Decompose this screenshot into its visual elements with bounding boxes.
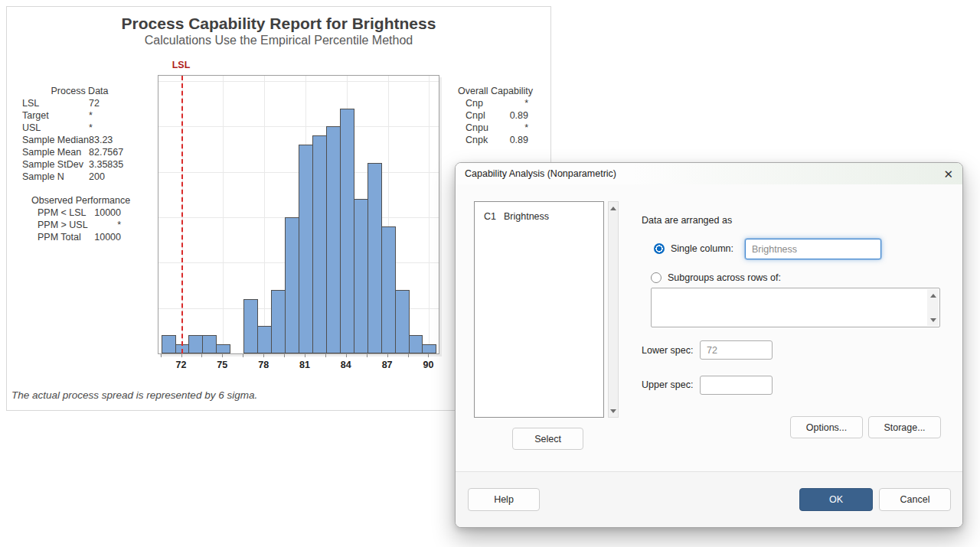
stat-row: Sample Mean82.7567 (22, 146, 137, 158)
stat-value: 0.89 (510, 134, 528, 146)
observed-performance-heading: Observed Performance (31, 194, 129, 207)
dialog-title: Capability Analysis (Nonparametric) (465, 168, 616, 179)
histogram-bar (381, 226, 396, 353)
axis-tick (201, 354, 202, 357)
listbox-scrollbar[interactable] (608, 201, 619, 418)
overall-capability-heading: Overall Capability (458, 85, 528, 97)
histogram-bar (340, 109, 354, 353)
x-gridline (223, 76, 224, 353)
histogram-bar (409, 335, 423, 353)
radio-selected-icon[interactable] (654, 243, 665, 254)
stat-label: Target (22, 109, 89, 122)
capability-analysis-dialog: Capability Analysis (Nonparametric) ✕ C1… (455, 162, 963, 528)
select-button[interactable]: Select (512, 428, 583, 450)
stat-label: PPM > USL (38, 219, 88, 231)
x-tick-label: 72 (176, 360, 187, 370)
help-button[interactable]: Help (468, 488, 540, 511)
histogram-bar (188, 335, 203, 353)
upper-spec-input[interactable] (700, 376, 773, 395)
axis-tick (243, 354, 243, 357)
stat-label: USL (22, 122, 89, 134)
axis-tick (428, 354, 429, 357)
process-data-heading: Process Data (22, 85, 137, 97)
x-tick-label: 90 (423, 360, 433, 370)
single-column-radio-label: Single column: (671, 243, 733, 254)
stat-value: 82.7567 (89, 146, 123, 158)
column-id: C1 (484, 211, 504, 222)
subgroups-scrollbar[interactable] (927, 289, 939, 326)
stat-row: PPM Total10000 (31, 231, 129, 243)
overall-capability-panel: Overall Capability Cnp*Cnpl0.89Cnpu*Cnpk… (458, 85, 528, 146)
close-icon[interactable]: ✕ (943, 168, 953, 180)
storage-button[interactable]: Storage... (868, 416, 941, 438)
stat-row: Cnp* (458, 97, 528, 109)
single-column-radio-row[interactable]: Single column: (654, 242, 733, 256)
stat-value: * (89, 109, 93, 122)
stat-value: * (524, 97, 528, 109)
stat-label: PPM Total (38, 231, 81, 243)
histogram-chart: LSL72757881848790 (158, 56, 439, 381)
histogram-bar (202, 335, 217, 353)
histogram-bar (299, 145, 313, 353)
y-gridline (158, 126, 439, 127)
stat-value: * (524, 122, 528, 134)
histogram-bar (271, 290, 286, 353)
scroll-down-icon[interactable] (927, 314, 939, 325)
dialog-footer: Help OK Cancel (456, 471, 962, 527)
stat-label: PPM < LSL (38, 207, 87, 219)
stat-label: Sample Mean (22, 146, 89, 158)
stat-value: 3.35835 (89, 158, 123, 171)
radio-unselected-icon[interactable] (651, 272, 662, 283)
stat-value: 200 (89, 171, 105, 183)
axis-tick (263, 354, 264, 357)
lsl-reference-line (181, 76, 183, 353)
stat-row: Sample StDev3.35835 (22, 158, 137, 171)
scroll-up-icon[interactable] (927, 290, 939, 301)
single-column-input[interactable] (745, 239, 881, 259)
axis-tick (408, 354, 409, 357)
stat-value: * (89, 122, 93, 134)
x-tick-label: 81 (299, 360, 310, 370)
cancel-button[interactable]: Cancel (879, 488, 951, 511)
list-item-brightness[interactable]: C1 Brightness (475, 202, 603, 222)
lsl-label: LSL (172, 60, 191, 70)
axis-tick (284, 354, 285, 357)
stat-row: PPM < LSL10000 (31, 207, 129, 219)
column-listbox[interactable]: C1 Brightness (474, 201, 604, 418)
ok-button[interactable]: OK (799, 488, 873, 511)
lower-spec-label: Lower spec: (642, 345, 693, 356)
histogram-bar (243, 299, 258, 353)
subgroups-radio-row[interactable]: Subgroups across rows of: (651, 271, 781, 285)
stat-row: USL* (22, 122, 137, 134)
stat-row: Sample Median83.23 (22, 134, 137, 146)
stat-value: 10000 (94, 231, 121, 243)
stat-row: LSL72 (22, 97, 137, 109)
stat-row: PPM > USL* (31, 219, 129, 231)
axis-tick (181, 354, 182, 357)
axis-tick (325, 354, 326, 357)
histogram-bar (326, 126, 341, 353)
subgroups-input-box[interactable] (651, 288, 940, 327)
y-gridline (158, 81, 439, 82)
stat-value: 83.23 (89, 134, 113, 146)
axis-tick (346, 354, 347, 357)
histogram-bar (285, 217, 299, 353)
upper-spec-label: Upper spec: (642, 379, 693, 390)
lower-spec-input[interactable] (700, 340, 773, 360)
axis-tick (305, 354, 305, 357)
scroll-up-icon[interactable] (609, 203, 618, 213)
report-footnote: The actual process spread is represented… (11, 389, 257, 401)
x-tick-label: 87 (382, 360, 393, 370)
desktop: { "report": { "title": "Process Capabili… (0, 0, 980, 547)
scroll-down-icon[interactable] (609, 405, 618, 416)
stat-row: Cnpl0.89 (458, 109, 528, 122)
stat-row: Target* (22, 109, 137, 122)
options-button[interactable]: Options... (790, 416, 863, 438)
histogram-bar (162, 335, 176, 353)
stat-row: Cnpu* (458, 122, 528, 134)
stat-label: Cnpu (466, 122, 488, 134)
dialog-titlebar[interactable]: Capability Analysis (Nonparametric) ✕ (456, 163, 962, 184)
subgroups-radio-label: Subgroups across rows of: (668, 272, 781, 283)
column-name: Brightness (504, 211, 549, 222)
axis-tick (161, 354, 162, 357)
